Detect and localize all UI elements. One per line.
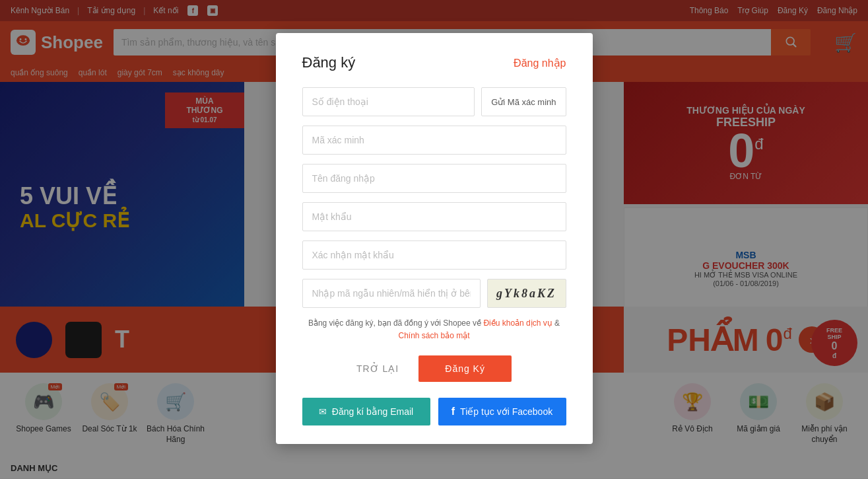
otp-input[interactable]: [302, 126, 566, 155]
terms-prefix: Bằng việc đăng ký, bạn đã đồng ý với Sho…: [308, 318, 481, 328]
facebook-register-label: Tiếp tục với Facebook: [460, 406, 552, 417]
password-input[interactable]: [302, 202, 566, 231]
confirm-password-group: [302, 240, 566, 270]
phone-row: Gửi Mã xác minh: [302, 87, 566, 116]
captcha-code: gYk8aKZ: [496, 287, 556, 301]
terms-text: Bằng việc đăng ký, bạn đã đồng ý với Sho…: [302, 317, 566, 342]
send-code-button[interactable]: Gửi Mã xác minh: [481, 87, 566, 116]
privacy-link[interactable]: Chính sách bảo mật: [398, 331, 469, 340]
facebook-icon-btn: f: [451, 406, 455, 418]
modal-title: Đăng ký: [302, 54, 356, 71]
otp-group: [302, 126, 566, 155]
username-group: [302, 164, 566, 193]
back-button[interactable]: TRỞ LẠI: [356, 363, 399, 374]
modal-login-link[interactable]: Đăng nhập: [514, 57, 566, 69]
email-icon: ✉: [319, 406, 327, 417]
register-modal: Đăng ký Đăng nhập Gửi Mã xác minh gYk8aK…: [276, 33, 593, 444]
email-register-label: Đăng kí bằng Email: [332, 406, 413, 417]
modal-header: Đăng ký Đăng nhập: [302, 54, 566, 71]
modal-actions: TRỞ LẠI Đăng Ký: [302, 355, 566, 382]
confirm-password-input[interactable]: [302, 240, 566, 270]
username-input[interactable]: [302, 164, 566, 193]
email-register-button[interactable]: ✉ Đăng kí bằng Email: [302, 398, 430, 425]
phone-input[interactable]: [302, 87, 475, 116]
register-button[interactable]: Đăng Ký: [418, 355, 512, 382]
captcha-input[interactable]: [302, 279, 481, 308]
terms-and: &: [554, 318, 560, 328]
captcha-row: gYk8aKZ: [302, 279, 566, 308]
terms-link[interactable]: Điều khoản dịch vụ: [483, 318, 552, 328]
captcha-image[interactable]: gYk8aKZ: [487, 279, 566, 308]
password-group: [302, 202, 566, 231]
facebook-register-button[interactable]: f Tiếp tục với Facebook: [438, 398, 566, 425]
modal-footer: ✉ Đăng kí bằng Email f Tiếp tục với Face…: [302, 398, 566, 425]
